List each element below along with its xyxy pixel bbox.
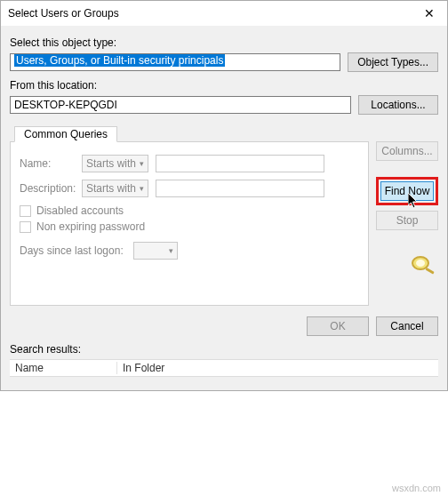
columns-button[interactable]: Columns... xyxy=(376,141,438,161)
locations-button[interactable]: Locations... xyxy=(358,95,438,115)
days-since-logon-combo[interactable]: ▾ xyxy=(133,242,178,260)
description-input[interactable] xyxy=(156,180,324,197)
column-in-folder[interactable]: In Folder xyxy=(117,360,438,376)
description-match-value: Starts with xyxy=(86,182,136,195)
footer: OK Cancel Search results: Name In Folder xyxy=(10,313,438,377)
window-title: Select Users or Groups xyxy=(8,7,119,20)
find-now-button[interactable]: Find Now xyxy=(380,181,434,201)
object-type-value: Users, Groups, or Built-in security prin… xyxy=(14,54,225,67)
svg-rect-2 xyxy=(426,268,435,275)
content-area: Select this object type: Users, Groups, … xyxy=(1,26,447,386)
ok-button[interactable]: OK xyxy=(307,316,369,336)
close-icon[interactable]: ✕ xyxy=(419,6,440,20)
from-location-label: From this location: xyxy=(10,79,438,92)
results-header: Name In Folder xyxy=(10,359,438,377)
disabled-accounts-label: Disabled accounts xyxy=(36,204,124,217)
description-match-combo[interactable]: Starts with ▾ xyxy=(82,180,148,197)
query-area: Common Queries Name: Starts with ▾ Descr… xyxy=(10,125,438,306)
name-label: Name: xyxy=(20,157,75,170)
watermark: wsxdn.com xyxy=(392,483,441,493)
disabled-accounts-checkbox[interactable] xyxy=(20,205,31,217)
name-input[interactable] xyxy=(156,155,324,172)
non-expiring-label: Non expiring password xyxy=(36,220,145,233)
days-since-logon-label: Days since last logon: xyxy=(20,244,126,257)
object-type-label: Select this object type: xyxy=(10,36,438,49)
svg-point-1 xyxy=(416,260,425,267)
titlebar: Select Users or Groups ✕ xyxy=(1,1,447,26)
search-results-label: Search results: xyxy=(10,343,438,356)
common-queries-panel: Common Queries Name: Starts with ▾ Descr… xyxy=(10,141,369,306)
chevron-down-icon: ▾ xyxy=(140,184,144,193)
chevron-down-icon: ▾ xyxy=(169,246,173,255)
object-type-input[interactable]: Users, Groups, or Built-in security prin… xyxy=(10,53,340,71)
chevron-down-icon: ▾ xyxy=(140,159,144,168)
name-match-value: Starts with xyxy=(86,157,136,170)
tab-common-queries[interactable]: Common Queries xyxy=(14,126,117,142)
dialog-window: Select Users or Groups ✕ Select this obj… xyxy=(0,0,448,391)
description-label: Description: xyxy=(20,182,75,195)
location-input[interactable]: DESKTOP-KEPQGDI xyxy=(10,96,351,114)
right-button-column: Columns... Find Now Stop xyxy=(376,125,438,279)
cancel-button[interactable]: Cancel xyxy=(376,316,438,336)
search-icon xyxy=(376,253,438,279)
find-now-highlight: Find Now xyxy=(376,177,438,205)
column-name[interactable]: Name xyxy=(10,360,116,376)
object-types-button[interactable]: Object Types... xyxy=(348,52,438,72)
non-expiring-checkbox[interactable] xyxy=(20,221,31,233)
name-match-combo[interactable]: Starts with ▾ xyxy=(82,155,148,172)
stop-button[interactable]: Stop xyxy=(376,211,438,230)
